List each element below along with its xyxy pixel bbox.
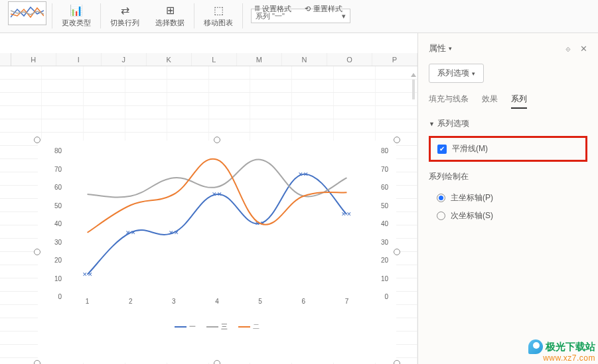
select-data-button[interactable]: ⊞ 选择数据 bbox=[149, 0, 191, 32]
change-type-icon: 📊 bbox=[70, 4, 83, 17]
chart-object[interactable]: 01020304050607080 01020304050607080 ✕✕✕✕… bbox=[38, 141, 396, 363]
col-header[interactable]: H bbox=[11, 53, 56, 66]
svg-text:✕✕: ✕✕ bbox=[341, 211, 352, 217]
properties-panel: 属性▾ ⟐ ✕ 系列选项 ▾ 填充与线条 效果 系列 ▼ 系列选项 ✔ 平滑线(… bbox=[417, 33, 598, 364]
logo-icon bbox=[528, 339, 543, 354]
col-header[interactable]: O bbox=[327, 53, 372, 66]
chart-thumbnail[interactable] bbox=[8, 1, 46, 25]
smooth-line-checkbox[interactable]: ✔ 平滑线(M) bbox=[437, 143, 579, 154]
resize-handle[interactable] bbox=[394, 249, 400, 255]
section-series-options[interactable]: ▼ 系列选项 bbox=[429, 118, 587, 129]
resize-handle[interactable] bbox=[34, 137, 40, 143]
svg-text:✕✕: ✕✕ bbox=[82, 271, 93, 278]
chevron-down-icon: ▾ bbox=[472, 70, 475, 77]
col-header[interactable]: J bbox=[102, 53, 147, 66]
col-header[interactable]: L bbox=[192, 53, 237, 66]
panel-title: 属性▾ bbox=[429, 42, 452, 54]
radio-checked-icon bbox=[437, 194, 445, 202]
plot-area[interactable]: ✕✕✕✕✕✕✕✕✕✕✕✕✕✕ bbox=[66, 151, 368, 296]
reset-icon: ⟲ bbox=[305, 5, 311, 13]
checkbox-checked-icon: ✔ bbox=[437, 145, 447, 154]
vertical-scroll[interactable] bbox=[411, 73, 416, 106]
column-headers: H I J K L M N O P bbox=[0, 53, 417, 66]
svg-text:✕✕: ✕✕ bbox=[125, 229, 136, 236]
resize-handle[interactable] bbox=[34, 249, 40, 255]
resize-handle[interactable] bbox=[214, 360, 220, 364]
radio-unchecked-icon bbox=[437, 212, 445, 220]
svg-text:✕✕: ✕✕ bbox=[169, 229, 179, 236]
col-header[interactable]: M bbox=[237, 53, 282, 66]
spreadsheet-area[interactable]: H I J K L M N O P 010203040506070 bbox=[0, 33, 417, 364]
chart-legend[interactable]: 一三二 bbox=[46, 322, 388, 332]
x-axis: 1234567 bbox=[66, 298, 368, 308]
series-options-dropdown[interactable]: 系列选项 ▾ bbox=[429, 64, 484, 83]
reset-style-button[interactable]: ⟲重置样式 bbox=[305, 4, 342, 14]
svg-text:✕✕: ✕✕ bbox=[212, 191, 222, 198]
swap-rowcol-button[interactable]: ⇄ 切换行列 bbox=[104, 0, 146, 32]
resize-handle[interactable] bbox=[394, 137, 400, 143]
resize-handle[interactable] bbox=[394, 360, 400, 364]
watermark: 极光下载站 www.xz7.com bbox=[528, 339, 595, 363]
svg-text:✕✕: ✕✕ bbox=[298, 171, 309, 178]
change-type-button[interactable]: 📊 更改类型 bbox=[55, 0, 98, 32]
caret-down-icon: ▼ bbox=[429, 121, 435, 127]
col-header[interactable]: N bbox=[282, 53, 327, 66]
secondary-axis-radio[interactable]: 次坐标轴(S) bbox=[429, 207, 587, 225]
section-draw-on: 系列绘制在 bbox=[429, 171, 587, 182]
col-header[interactable]: K bbox=[147, 53, 192, 66]
y-axis-left: 01020304050607080 bbox=[46, 151, 64, 296]
col-header[interactable]: P bbox=[372, 53, 417, 66]
highlight-box: ✔ 平滑线(M) bbox=[429, 136, 587, 162]
tab-fill[interactable]: 填充与线条 bbox=[429, 93, 469, 109]
tab-effect[interactable]: 效果 bbox=[482, 93, 498, 109]
move-chart-button[interactable]: ⬚ 移动图表 bbox=[197, 0, 240, 32]
set-format-button[interactable]: 𝄜设置格式 bbox=[255, 4, 291, 14]
y-axis-right: 01020304050607080 bbox=[370, 151, 388, 296]
select-data-icon: ⊞ bbox=[166, 4, 175, 17]
swap-icon: ⇄ bbox=[121, 4, 129, 17]
close-icon[interactable]: ✕ bbox=[580, 44, 587, 54]
resize-handle[interactable] bbox=[34, 360, 40, 364]
panel-tabs: 填充与线条 效果 系列 bbox=[429, 93, 587, 109]
pin-icon[interactable]: ⟐ bbox=[565, 44, 571, 54]
col-header[interactable]: I bbox=[56, 53, 102, 66]
format-icon: 𝄜 bbox=[255, 5, 260, 13]
primary-axis-radio[interactable]: 主坐标轴(P) bbox=[429, 189, 587, 207]
chevron-down-icon[interactable]: ▾ bbox=[449, 45, 452, 52]
tab-series[interactable]: 系列 bbox=[511, 93, 527, 109]
resize-handle[interactable] bbox=[214, 137, 220, 143]
move-chart-icon: ⬚ bbox=[214, 4, 224, 17]
